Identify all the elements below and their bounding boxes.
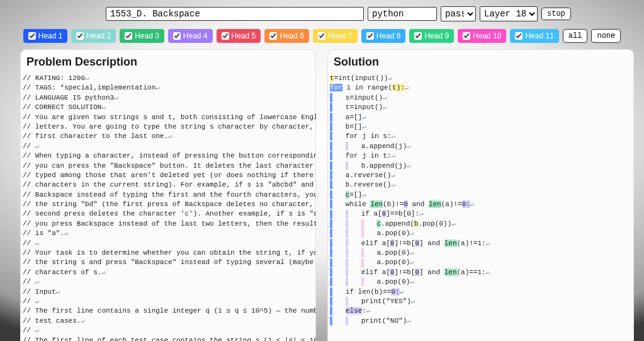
sol-line: for j in t:↵ [330, 151, 631, 161]
sol-line: a=[]↵ [330, 113, 631, 122]
sol-line: a.pop(0)↵ [330, 277, 631, 287]
head-toggle-2[interactable]: Head 2 [71, 29, 116, 43]
head-checkbox-6[interactable] [269, 32, 277, 40]
head-label: Head 8 [376, 32, 401, 40]
head-label: Head 6 [280, 32, 304, 40]
sol-line: a.append(j)↵ [330, 142, 631, 151]
sol-line: while len(b)!=0 and len(a)!=0:↵ [330, 200, 631, 209]
head-checkbox-11[interactable] [515, 32, 523, 40]
head-label: Head 10 [473, 32, 501, 40]
desc-line: // second press deletes the character 'c… [23, 209, 314, 219]
head-checkbox-5[interactable] [222, 32, 229, 40]
sol-line: t=int(input())↵ [330, 74, 631, 83]
top-controls: pass Layer 18 stop [0, 0, 644, 25]
sol-line: a.pop(0)↵ [330, 248, 631, 258]
none-heads-button[interactable]: none [591, 29, 621, 43]
sol-line: if a[0]==b[0]:↵ [330, 209, 631, 219]
sol-line: print("YES")↵ [330, 297, 631, 306]
desc-line: // TAGS: *special,implementation↵ [23, 83, 314, 93]
layer-select[interactable]: Layer 18 [480, 6, 538, 21]
sol-line: t=input()↵ [330, 103, 631, 112]
sol-line: b=[]↵ [330, 122, 631, 132]
sol-line: a.pop(0)↵ [330, 229, 631, 238]
desc-line: // When typing a character, instead of p… [23, 151, 314, 161]
head-toggle-3[interactable]: Head 3 [120, 29, 164, 43]
head-label: Head 7 [328, 32, 353, 40]
pass-select[interactable]: pass [441, 6, 476, 21]
desc-line: // CORRECT SOLUTION↵ [23, 103, 314, 112]
head-checkbox-1[interactable] [28, 32, 36, 40]
desc-line: // you can press the "Backspace" button.… [23, 161, 314, 171]
desc-line: // typed among those that aren't deleted… [23, 171, 314, 180]
head-checkbox-2[interactable] [76, 32, 84, 40]
head-label: Head 11 [525, 32, 553, 40]
head-checkbox-3[interactable] [125, 32, 132, 40]
head-toggle-1[interactable]: Head 1 [23, 29, 68, 43]
solution-panel: Solution t=int(input())↵for i in range(t… [327, 49, 634, 341]
desc-line: // is "a".↵ [23, 229, 314, 238]
desc-line: // ↵ [23, 297, 314, 306]
problem-name-input[interactable] [106, 7, 364, 21]
sol-line: else:↵ [330, 306, 631, 316]
desc-line: // Input↵ [23, 287, 314, 297]
sol-line: for j in s:↵ [330, 132, 631, 141]
sol-line: if len(b)==0:↵ [330, 287, 631, 297]
head-toggle-11[interactable]: Head 11 [510, 29, 558, 43]
desc-line: // the string s and press "Backspace" in… [23, 258, 314, 267]
head-label: Head 5 [232, 32, 256, 40]
head-checkbox-8[interactable] [366, 32, 374, 40]
sol-line: s=input()↵ [330, 93, 631, 103]
desc-line: // letters. You are going to type the st… [23, 122, 314, 132]
desc-line: // ↵ [23, 277, 314, 287]
head-checkbox-9[interactable] [414, 32, 422, 40]
head-toggle-8[interactable]: Head 8 [361, 29, 406, 43]
desc-line: // first character to the last one.↵ [23, 132, 314, 141]
sol-line: for i in range(t):↵ [330, 83, 631, 93]
desc-line: // ↵ [23, 326, 314, 335]
desc-line: // Your task is to determine whether you… [23, 248, 314, 258]
desc-line: // test cases.↵ [23, 316, 314, 326]
desc-line: // ↵ [23, 142, 314, 151]
desc-line: // The first line contains a single inte… [23, 306, 314, 316]
head-label: Head 4 [183, 32, 208, 40]
head-checkbox-7[interactable] [318, 32, 325, 40]
head-toggle-6[interactable]: Head 6 [264, 29, 309, 43]
sol-line: c.append(b.pop(0))↵ [330, 219, 631, 229]
problem-description-panel: Problem Description // RATING: 1200↵// T… [20, 49, 316, 341]
desc-line: // characters in the current string). Fo… [23, 180, 314, 190]
sol-line: a.reverse()↵ [330, 171, 631, 180]
head-label: Head 2 [86, 32, 111, 40]
desc-line: // you press Backspace instead of the la… [23, 219, 314, 229]
head-checkbox-4[interactable] [173, 32, 181, 40]
head-toggle-10[interactable]: Head 10 [458, 29, 506, 43]
desc-line: // ↵ [23, 239, 314, 248]
head-toggle-4[interactable]: Head 4 [168, 29, 213, 43]
stop-button[interactable]: stop [541, 8, 571, 20]
head-toggle-5[interactable]: Head 5 [217, 29, 261, 43]
desc-line: // the string "bd" (the first press of B… [23, 200, 314, 209]
head-toggle-9[interactable]: Head 9 [409, 29, 454, 43]
sol-line: c=[]↵ [330, 190, 631, 200]
sol-line: a.pop(0)↵ [330, 258, 631, 267]
desc-line: // You are given two strings s and t, bo… [23, 113, 314, 122]
solution-title: Solution [334, 55, 628, 69]
head-label: Head 9 [424, 32, 449, 40]
problem-description-title: Problem Description [26, 55, 310, 69]
sol-line: b.reverse()↵ [330, 180, 631, 190]
all-heads-button[interactable]: all [563, 29, 588, 43]
language-input[interactable] [368, 7, 437, 21]
solution-code: t=int(input())↵for i in range(t):↵ s=inp… [327, 74, 634, 338]
desc-line: // RATING: 1200↵ [23, 74, 314, 83]
heads-row: Head 1Head 2Head 3Head 4Head 5Head 6Head… [0, 25, 644, 45]
desc-line: // The first line of each test case cont… [23, 336, 314, 341]
head-label: Head 3 [135, 32, 159, 40]
head-checkbox-10[interactable] [463, 32, 470, 40]
problem-description-code: // RATING: 1200↵// TAGS: *special,implem… [20, 74, 316, 341]
sol-line: elif a[0]!=b[0] and len(a)==1:↵ [330, 268, 631, 277]
desc-line: // characters of s.↵ [23, 268, 314, 277]
main-columns: Problem Description // RATING: 1200↵// T… [0, 45, 644, 341]
head-toggle-7[interactable]: Head 7 [313, 29, 358, 43]
sol-line: elif a[0]!=b[0] and len(a)!=1:↵ [330, 239, 631, 248]
head-label: Head 1 [38, 32, 63, 40]
sol-line: print("NO")↵ [330, 316, 631, 326]
